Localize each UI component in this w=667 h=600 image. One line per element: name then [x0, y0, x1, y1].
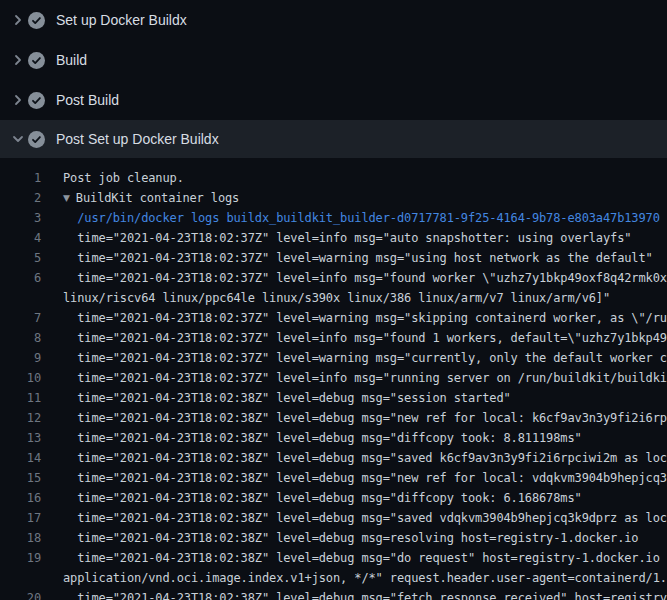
log-viewer[interactable]: 1Post job cleanup.2▼BuildKit container l… — [0, 158, 667, 600]
step-row-build[interactable]: Build — [0, 40, 667, 80]
log-line-number[interactable]: 16 — [0, 488, 41, 508]
log-line: 16 time="2021-04-23T18:02:38Z" level=deb… — [0, 488, 667, 508]
log-line-number[interactable]: 12 — [0, 408, 41, 428]
step-label: Post Set up Docker Buildx — [56, 131, 219, 147]
log-line-number[interactable]: 8 — [0, 328, 41, 348]
log-line: 6 time="2021-04-23T18:02:37Z" level=info… — [0, 268, 667, 288]
log-line-number[interactable]: 15 — [0, 468, 41, 488]
log-line-number[interactable]: 20 — [0, 588, 41, 600]
log-line: 19 time="2021-04-23T18:02:38Z" level=deb… — [0, 548, 667, 568]
log-line-text: application/vnd.oci.image.index.v1+json,… — [41, 568, 667, 588]
log-line: 7 time="2021-04-23T18:02:37Z" level=warn… — [0, 308, 667, 328]
log-line-text: time="2021-04-23T18:02:37Z" level=info m… — [41, 368, 667, 388]
step-label: Build — [56, 52, 87, 68]
log-line: 8 time="2021-04-23T18:02:37Z" level=info… — [0, 328, 667, 348]
log-line-text: time="2021-04-23T18:02:38Z" level=debug … — [41, 488, 582, 508]
log-line-number[interactable]: 3 — [0, 208, 41, 228]
log-line-number[interactable]: 10 — [0, 368, 41, 388]
log-line-text: time="2021-04-23T18:02:37Z" level=warnin… — [41, 348, 667, 368]
step-row-set-up-docker-buildx[interactable]: Set up Docker Buildx — [0, 0, 667, 40]
check-circle-icon — [28, 52, 45, 69]
log-line-text: time="2021-04-23T18:02:38Z" level=debug … — [41, 408, 667, 428]
step-row-post-set-up-docker-buildx[interactable]: Post Set up Docker Buildx — [0, 120, 667, 158]
log-line-number[interactable]: 19 — [0, 548, 41, 568]
log-line-text[interactable]: ▼BuildKit container logs — [41, 188, 239, 208]
log-line-text: time="2021-04-23T18:02:38Z" level=debug … — [41, 468, 667, 488]
log-line: 12 time="2021-04-23T18:02:38Z" level=deb… — [0, 408, 667, 428]
log-line: 18 time="2021-04-23T18:02:38Z" level=deb… — [0, 528, 667, 548]
log-line-continuation: linux/riscv64 linux/ppc64le linux/s390x … — [0, 288, 667, 308]
log-line-number[interactable]: 5 — [0, 248, 41, 268]
log-line: 13 time="2021-04-23T18:02:38Z" level=deb… — [0, 428, 667, 448]
log-line: 9 time="2021-04-23T18:02:37Z" level=warn… — [0, 348, 667, 368]
workflow-job-log-panel: Set up Docker BuildxBuildPost BuildPost … — [0, 0, 667, 600]
step-label: Post Build — [56, 92, 119, 108]
log-line-number — [0, 568, 41, 588]
log-line-continuation: application/vnd.oci.image.index.v1+json,… — [0, 568, 667, 588]
log-line-number — [0, 288, 41, 308]
chevron-right-icon — [10, 92, 26, 108]
log-line-number[interactable]: 4 — [0, 228, 41, 248]
log-line: 2▼BuildKit container logs — [0, 188, 667, 208]
log-line: 4 time="2021-04-23T18:02:37Z" level=info… — [0, 228, 667, 248]
step-label: Set up Docker Buildx — [56, 12, 187, 28]
log-line-text: time="2021-04-23T18:02:37Z" level=info m… — [41, 268, 667, 288]
log-line-number[interactable]: 11 — [0, 388, 41, 408]
log-line: 5 time="2021-04-23T18:02:37Z" level=warn… — [0, 248, 667, 268]
check-circle-icon — [28, 12, 45, 29]
log-line-number[interactable]: 9 — [0, 348, 41, 368]
chevron-down-icon — [10, 131, 26, 147]
log-line-number[interactable]: 6 — [0, 268, 41, 288]
log-line-text: time="2021-04-23T18:02:37Z" level=warnin… — [41, 248, 653, 268]
log-line: 1Post job cleanup. — [0, 168, 667, 188]
log-line-text: Post job cleanup. — [41, 168, 184, 188]
log-line-text: time="2021-04-23T18:02:38Z" level=debug … — [41, 448, 667, 468]
log-line-number[interactable]: 13 — [0, 428, 41, 448]
log-group-title: BuildKit container logs — [76, 191, 239, 205]
log-line: 11 time="2021-04-23T18:02:38Z" level=deb… — [0, 388, 667, 408]
log-group-caret-icon[interactable]: ▼ — [63, 188, 70, 208]
check-circle-icon — [28, 92, 45, 109]
log-line-number[interactable]: 7 — [0, 308, 41, 328]
log-line-number[interactable]: 14 — [0, 448, 41, 468]
log-line: 10 time="2021-04-23T18:02:37Z" level=inf… — [0, 368, 667, 388]
log-line-text: time="2021-04-23T18:02:37Z" level=info m… — [41, 328, 667, 348]
log-line-text: time="2021-04-23T18:02:38Z" level=debug … — [41, 388, 511, 408]
steps-list: Set up Docker BuildxBuildPost BuildPost … — [0, 0, 667, 158]
check-circle-icon — [28, 131, 45, 148]
log-line-text: /usr/bin/docker logs buildx_buildkit_bui… — [41, 208, 660, 228]
log-line-text: time="2021-04-23T18:02:38Z" level=debug … — [41, 428, 582, 448]
log-line-text: linux/riscv64 linux/ppc64le linux/s390x … — [41, 288, 610, 308]
log-line-text: time="2021-04-23T18:02:38Z" level=debug … — [41, 548, 667, 568]
log-line-number[interactable]: 2 — [0, 188, 41, 208]
log-line: 3 /usr/bin/docker logs buildx_buildkit_b… — [0, 208, 667, 228]
log-line-text: time="2021-04-23T18:02:38Z" level=debug … — [41, 508, 667, 528]
log-line: 14 time="2021-04-23T18:02:38Z" level=deb… — [0, 448, 667, 468]
log-line: 20 time="2021-04-23T18:02:38Z" level=deb… — [0, 588, 667, 600]
log-line-number[interactable]: 1 — [0, 168, 41, 188]
log-line-text: time="2021-04-23T18:02:37Z" level=warnin… — [41, 308, 667, 328]
chevron-right-icon — [10, 52, 26, 68]
log-line-number[interactable]: 18 — [0, 528, 41, 548]
log-line-text: time="2021-04-23T18:02:38Z" level=debug … — [41, 588, 667, 600]
log-line: 15 time="2021-04-23T18:02:38Z" level=deb… — [0, 468, 667, 488]
log-line: 17 time="2021-04-23T18:02:38Z" level=deb… — [0, 508, 667, 528]
step-row-post-build[interactable]: Post Build — [0, 80, 667, 120]
chevron-right-icon — [10, 12, 26, 28]
log-line-number[interactable]: 17 — [0, 508, 41, 528]
log-line-text: time="2021-04-23T18:02:38Z" level=debug … — [41, 528, 638, 548]
log-line-text: time="2021-04-23T18:02:37Z" level=info m… — [41, 228, 631, 248]
